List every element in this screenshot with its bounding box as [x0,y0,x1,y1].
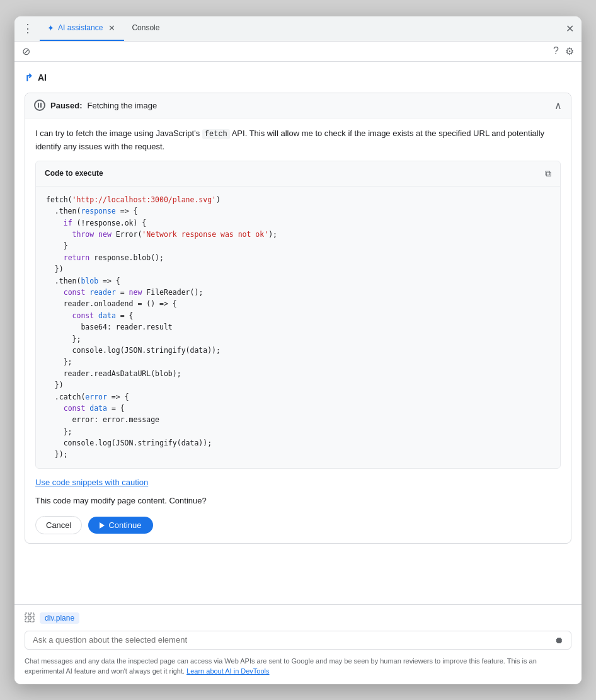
status-label: Paused: [50,101,83,110]
element-selector-icon [25,612,35,624]
footer-body: Chat messages and any data the inspected… [25,657,537,675]
code-pre: fetch('http://localhost:3000/plane.svg')… [46,194,550,461]
message-block: Paused: Fetching the image ∧ I can try t… [25,93,571,544]
svg-rect-2 [30,613,34,617]
ask-input[interactable] [33,635,554,645]
bottom-area: div.plane ⏺ Chat messages and any data t… [14,604,582,684]
mic-icon[interactable]: ⏺ [554,635,563,645]
inline-code: fetch [202,129,230,139]
footer-text: Chat messages and any data the inspected… [25,656,571,677]
code-block: Code to execute ⧉ fetch('http://localhos… [35,161,561,468]
footer-link[interactable]: Learn about AI in DevTools [186,667,269,675]
help-icon[interactable]: ? [553,45,559,57]
toolbar-right: ? ⚙ [553,45,574,57]
ai-header: ↱ AI [25,72,571,84]
ai-tab-icon: ✦ [47,23,54,33]
code-header: Code to execute ⧉ [36,161,560,186]
block-icon[interactable]: ⊘ [22,45,30,57]
continue-label: Continue [108,520,141,530]
devtools-window: ⋮ ✦ AI assistance ✕ Console ✕ ⊘ ? ⚙ ↱ AI [14,16,582,684]
pause-icon [34,100,45,111]
tab-ai-assistance[interactable]: ✦ AI assistance ✕ [40,16,124,42]
collapse-icon[interactable]: ∧ [554,100,562,112]
message-body: I can try to fetch the image using JavaS… [25,118,571,544]
status-bar: Paused: Fetching the image ∧ [25,93,571,118]
tab-menu-icon[interactable]: ⋮ [20,19,36,38]
tab-ai-close-icon[interactable]: ✕ [106,23,117,33]
button-row: Cancel Continue [35,516,561,534]
cancel-button[interactable]: Cancel [35,516,82,534]
status-detail: Fetching the image [88,101,158,110]
window-close-icon[interactable]: ✕ [563,20,576,37]
settings-icon[interactable]: ⚙ [565,45,574,57]
tab-bar: ⋮ ✦ AI assistance ✕ Console ✕ [14,16,582,42]
tab-console[interactable]: Console [124,16,167,42]
code-header-title: Code to execute [45,168,103,180]
copy-icon[interactable]: ⧉ [545,166,551,180]
toolbar-left: ⊘ [22,45,30,57]
status-left: Paused: Fetching the image [34,100,157,111]
selected-element-row: div.plane [25,612,571,624]
code-content: fetch('http://localhost:3000/plane.svg')… [36,186,560,468]
tab-ai-label: AI assistance [58,23,103,32]
svg-rect-0 [25,613,29,617]
main-content: ↱ AI Paused: Fetching the image ∧ [14,62,582,604]
confirm-text: This code may modify page content. Conti… [35,495,561,508]
svg-rect-3 [30,618,34,622]
ask-input-row[interactable]: ⏺ [25,631,571,650]
warning-link[interactable]: Use code snippets with caution [35,476,561,490]
ai-header-label: AI [38,72,47,83]
svg-rect-1 [25,618,29,622]
ai-sparkle-icon: ↱ [25,72,33,84]
element-tag[interactable]: div.plane [40,612,79,624]
pause-bars [38,103,42,108]
tab-console-label: Console [132,23,159,32]
continue-button[interactable]: Continue [88,517,152,534]
toolbar: ⊘ ? ⚙ [14,42,582,62]
message-text: I can try to fetch the image using JavaS… [35,127,561,154]
play-icon [100,522,105,529]
